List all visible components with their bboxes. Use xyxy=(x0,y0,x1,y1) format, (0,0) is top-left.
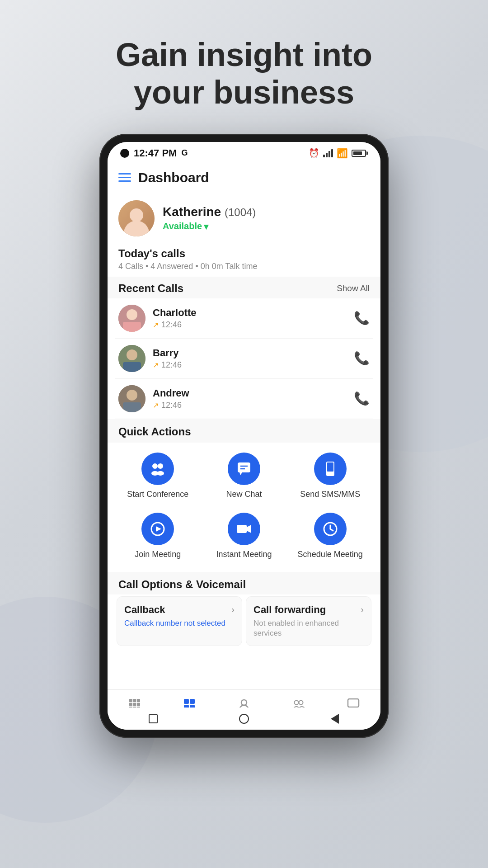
svg-point-43 xyxy=(241,700,247,705)
avatar xyxy=(118,385,145,412)
menu-icon[interactable] xyxy=(118,173,131,182)
svg-marker-24 xyxy=(156,526,161,532)
g-indicator: G xyxy=(181,148,188,158)
call-detail: ↗ 12:46 xyxy=(153,320,354,330)
svg-rect-35 xyxy=(137,703,140,706)
phone-frame: 12:47 PM G ⏰ 📶 xyxy=(99,134,389,738)
svg-rect-32 xyxy=(137,699,140,702)
call-time: 12:46 xyxy=(161,320,182,330)
join-meeting-icon xyxy=(141,513,174,545)
calls-stats: 4 Calls • 4 Answered • 0h 0m Talk time xyxy=(118,262,370,271)
call-options-section: Call Options & Voicemail Callback › Call… xyxy=(108,572,380,653)
svg-point-15 xyxy=(157,471,164,476)
call-detail: ↗ 12:46 xyxy=(153,360,354,370)
svg-marker-26 xyxy=(247,525,251,533)
svg-rect-46 xyxy=(348,699,359,707)
send-sms-button[interactable]: Send SMS/MMS xyxy=(287,444,373,505)
call-button[interactable]: 📞 xyxy=(354,391,370,406)
new-chat-icon xyxy=(228,453,260,485)
instant-meeting-icon xyxy=(228,513,260,545)
headline: Gain insight into your business xyxy=(116,36,372,111)
android-home-button[interactable] xyxy=(237,712,251,726)
quick-actions-section: Quick Actions Start Conference xyxy=(108,419,380,572)
android-recents-button[interactable] xyxy=(328,712,342,726)
forwarding-subtitle: Not enabled in enhanced services xyxy=(253,618,364,638)
recent-calls-title: Recent Calls xyxy=(118,282,183,295)
join-meeting-label: Join Meeting xyxy=(135,550,181,559)
svg-rect-11 xyxy=(123,402,141,412)
forwarding-header: Call forwarding › xyxy=(253,604,364,616)
svg-rect-34 xyxy=(133,703,136,706)
contact-name: Barry xyxy=(153,347,354,359)
new-chat-label: New Chat xyxy=(226,490,262,499)
call-info: Andrew ↗ 12:46 xyxy=(153,387,354,410)
callback-chevron-icon: › xyxy=(231,604,235,615)
profile-name: Katherine (1004) xyxy=(163,205,256,219)
todays-calls: Today's calls 4 Calls • 4 Answered • 0h … xyxy=(108,244,380,277)
call-time: 12:46 xyxy=(161,360,182,370)
svg-point-1 xyxy=(127,309,137,320)
app-header: Dashboard xyxy=(108,163,380,191)
outgoing-call-icon: ↗ xyxy=(153,361,159,369)
avatar xyxy=(118,305,145,332)
svg-rect-21 xyxy=(327,462,333,472)
call-options-title: Call Options & Voicemail xyxy=(108,572,380,594)
new-chat-button[interactable]: New Chat xyxy=(201,444,287,505)
svg-rect-25 xyxy=(237,525,247,533)
android-nav xyxy=(108,708,380,730)
call-detail: ↗ 12:46 xyxy=(153,401,354,410)
app-content: Dashboard Katherine (1004) Available ▾ xyxy=(108,163,380,730)
svg-rect-39 xyxy=(184,699,189,704)
call-button[interactable]: 📞 xyxy=(354,351,370,366)
send-sms-icon xyxy=(314,453,347,485)
call-info: Charlotte ↗ 12:46 xyxy=(153,307,354,330)
quick-actions-title: Quick Actions xyxy=(108,419,380,443)
forwarding-chevron-icon: › xyxy=(361,604,364,615)
signal-bars-icon xyxy=(323,149,333,157)
svg-rect-31 xyxy=(133,699,136,702)
start-conference-icon xyxy=(141,453,174,485)
schedule-meeting-icon xyxy=(314,513,347,545)
svg-rect-30 xyxy=(129,699,132,702)
svg-rect-40 xyxy=(190,699,195,704)
avatar xyxy=(118,200,155,236)
schedule-meeting-button[interactable]: Schedule Meeting xyxy=(287,505,373,565)
start-conference-button[interactable]: Start Conference xyxy=(115,444,201,505)
svg-rect-33 xyxy=(129,703,132,706)
svg-marker-17 xyxy=(239,472,242,475)
join-meeting-button[interactable]: Join Meeting xyxy=(115,505,201,565)
instant-meeting-button[interactable]: Instant Meeting xyxy=(201,505,287,565)
svg-point-5 xyxy=(127,349,137,360)
table-row: Andrew ↗ 12:46 📞 xyxy=(115,379,373,419)
headline-text: Gain insight into your business xyxy=(116,36,372,111)
svg-point-44 xyxy=(294,700,298,704)
table-row: Barry ↗ 12:46 📞 xyxy=(115,339,373,379)
svg-rect-16 xyxy=(238,462,250,472)
calls-list: Charlotte ↗ 12:46 📞 xyxy=(108,298,380,419)
battery-icon xyxy=(352,150,368,157)
svg-point-9 xyxy=(127,390,137,401)
show-all-button[interactable]: Show All xyxy=(337,283,370,293)
contact-name: Andrew xyxy=(153,387,354,399)
page-title: Dashboard xyxy=(138,170,209,185)
call-info: Barry ↗ 12:46 xyxy=(153,347,354,370)
call-options-cards: Callback › Callback number not selected … xyxy=(108,594,380,653)
schedule-meeting-label: Schedule Meeting xyxy=(298,550,363,559)
table-row: Charlotte ↗ 12:46 📞 xyxy=(115,298,373,339)
svg-point-22 xyxy=(329,473,331,475)
status-badge[interactable]: Available ▾ xyxy=(163,221,256,232)
quick-actions-grid: Start Conference New Chat xyxy=(108,443,380,572)
call-time: 12:46 xyxy=(161,401,182,410)
recent-calls-header: Recent Calls Show All xyxy=(108,277,380,298)
android-back-button[interactable] xyxy=(146,712,160,726)
send-sms-label: Send SMS/MMS xyxy=(300,490,360,499)
svg-point-45 xyxy=(299,700,303,704)
callback-subtitle: Callback number not selected xyxy=(124,618,235,628)
svg-rect-7 xyxy=(123,362,141,372)
call-forwarding-card[interactable]: Call forwarding › Not enabled in enhance… xyxy=(246,596,371,646)
todays-calls-title: Today's calls xyxy=(118,247,370,260)
callback-card[interactable]: Callback › Callback number not selected xyxy=(117,596,242,646)
alarm-icon: ⏰ xyxy=(309,148,319,158)
call-button[interactable]: 📞 xyxy=(354,311,370,326)
callback-title: Callback xyxy=(124,604,165,616)
